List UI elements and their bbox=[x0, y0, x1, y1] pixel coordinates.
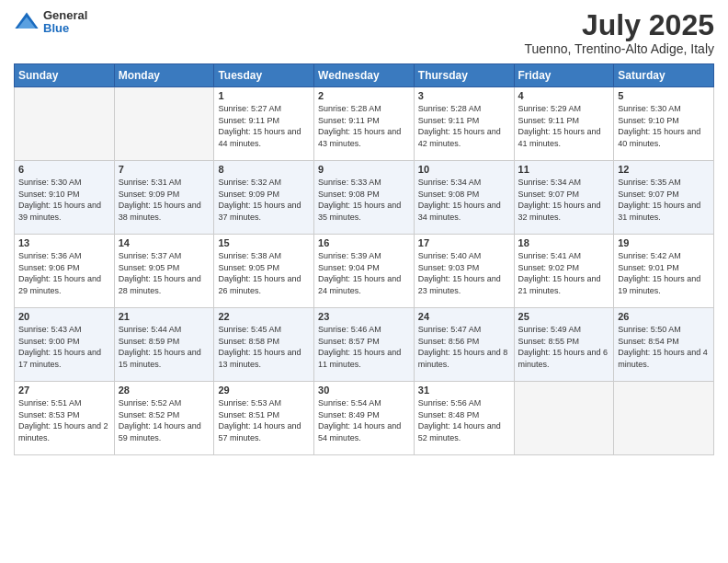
table-row: 7Sunrise: 5:31 AMSunset: 9:09 PMDaylight… bbox=[114, 161, 214, 235]
table-row: 30Sunrise: 5:54 AMSunset: 8:49 PMDayligh… bbox=[314, 382, 415, 455]
table-row: 10Sunrise: 5:34 AMSunset: 9:08 PMDayligh… bbox=[414, 161, 514, 235]
day-number: 27 bbox=[18, 385, 110, 396]
table-row: 20Sunrise: 5:43 AMSunset: 9:00 PMDayligh… bbox=[15, 308, 115, 382]
day-number: 28 bbox=[119, 385, 210, 396]
day-info: Sunrise: 5:39 AMSunset: 9:04 PMDaylight:… bbox=[318, 250, 410, 296]
day-number: 19 bbox=[618, 237, 710, 248]
table-row: 6Sunrise: 5:30 AMSunset: 9:10 PMDaylight… bbox=[15, 161, 115, 235]
table-row: 18Sunrise: 5:41 AMSunset: 9:02 PMDayligh… bbox=[514, 235, 614, 308]
day-number: 2 bbox=[318, 90, 410, 101]
table-row: 11Sunrise: 5:34 AMSunset: 9:07 PMDayligh… bbox=[514, 161, 614, 235]
table-row: 16Sunrise: 5:39 AMSunset: 9:04 PMDayligh… bbox=[314, 235, 415, 308]
calendar-header-row: Sunday Monday Tuesday Wednesday Thursday… bbox=[15, 64, 714, 87]
day-info: Sunrise: 5:46 AMSunset: 8:57 PMDaylight:… bbox=[318, 324, 410, 370]
day-info: Sunrise: 5:32 AMSunset: 9:09 PMDaylight:… bbox=[218, 177, 310, 223]
table-row: 22Sunrise: 5:45 AMSunset: 8:58 PMDayligh… bbox=[214, 308, 314, 382]
day-info: Sunrise: 5:41 AMSunset: 9:02 PMDaylight:… bbox=[518, 250, 610, 296]
col-friday: Friday bbox=[514, 64, 614, 87]
day-info: Sunrise: 5:28 AMSunset: 9:11 PMDaylight:… bbox=[318, 103, 410, 149]
day-number: 13 bbox=[18, 237, 110, 248]
day-number: 14 bbox=[119, 237, 210, 248]
day-number: 31 bbox=[418, 385, 510, 396]
table-row: 13Sunrise: 5:36 AMSunset: 9:06 PMDayligh… bbox=[15, 235, 115, 308]
day-info: Sunrise: 5:35 AMSunset: 9:07 PMDaylight:… bbox=[618, 177, 710, 223]
day-info: Sunrise: 5:42 AMSunset: 9:01 PMDaylight:… bbox=[618, 250, 710, 296]
logo-text: General Blue bbox=[43, 9, 87, 36]
month-title: July 2025 bbox=[525, 9, 715, 41]
table-row: 3Sunrise: 5:28 AMSunset: 9:11 PMDaylight… bbox=[414, 87, 514, 161]
day-number: 12 bbox=[618, 164, 710, 175]
logo-general-text: General bbox=[43, 9, 87, 22]
day-number: 4 bbox=[518, 90, 610, 101]
day-number: 17 bbox=[418, 237, 510, 248]
day-info: Sunrise: 5:29 AMSunset: 9:11 PMDaylight:… bbox=[518, 103, 610, 149]
day-info: Sunrise: 5:38 AMSunset: 9:05 PMDaylight:… bbox=[218, 250, 310, 296]
day-info: Sunrise: 5:51 AMSunset: 8:53 PMDaylight:… bbox=[18, 397, 110, 443]
calendar-week-2: 6Sunrise: 5:30 AMSunset: 9:10 PMDaylight… bbox=[15, 161, 714, 235]
table-row bbox=[114, 87, 214, 161]
day-info: Sunrise: 5:30 AMSunset: 9:10 PMDaylight:… bbox=[618, 103, 710, 149]
table-row: 9Sunrise: 5:33 AMSunset: 9:08 PMDaylight… bbox=[314, 161, 415, 235]
logo: General Blue bbox=[14, 9, 87, 36]
day-info: Sunrise: 5:47 AMSunset: 8:56 PMDaylight:… bbox=[418, 324, 510, 370]
day-number: 8 bbox=[218, 164, 310, 175]
calendar-table: Sunday Monday Tuesday Wednesday Thursday… bbox=[14, 63, 714, 455]
day-number: 25 bbox=[518, 311, 610, 322]
calendar-week-5: 27Sunrise: 5:51 AMSunset: 8:53 PMDayligh… bbox=[15, 382, 714, 455]
day-number: 1 bbox=[218, 90, 310, 101]
day-info: Sunrise: 5:34 AMSunset: 9:08 PMDaylight:… bbox=[418, 177, 510, 223]
day-info: Sunrise: 5:34 AMSunset: 9:07 PMDaylight:… bbox=[518, 177, 610, 223]
table-row: 2Sunrise: 5:28 AMSunset: 9:11 PMDaylight… bbox=[314, 87, 415, 161]
day-number: 20 bbox=[18, 311, 110, 322]
day-info: Sunrise: 5:36 AMSunset: 9:06 PMDaylight:… bbox=[18, 250, 110, 296]
table-row: 5Sunrise: 5:30 AMSunset: 9:10 PMDaylight… bbox=[614, 87, 714, 161]
day-number: 11 bbox=[518, 164, 610, 175]
day-number: 22 bbox=[218, 311, 310, 322]
page: General Blue July 2025 Tuenno, Trentino-… bbox=[0, 0, 728, 563]
day-info: Sunrise: 5:27 AMSunset: 9:11 PMDaylight:… bbox=[218, 103, 310, 149]
day-number: 5 bbox=[618, 90, 710, 101]
day-number: 29 bbox=[218, 385, 310, 396]
day-info: Sunrise: 5:30 AMSunset: 9:10 PMDaylight:… bbox=[18, 177, 110, 223]
day-info: Sunrise: 5:44 AMSunset: 8:59 PMDaylight:… bbox=[119, 324, 210, 370]
day-number: 15 bbox=[218, 237, 310, 248]
header: General Blue July 2025 Tuenno, Trentino-… bbox=[14, 9, 714, 56]
col-saturday: Saturday bbox=[614, 64, 714, 87]
day-number: 23 bbox=[318, 311, 410, 322]
logo-icon bbox=[14, 9, 40, 35]
day-info: Sunrise: 5:50 AMSunset: 8:54 PMDaylight:… bbox=[618, 324, 710, 370]
table-row: 1Sunrise: 5:27 AMSunset: 9:11 PMDaylight… bbox=[214, 87, 314, 161]
title-block: July 2025 Tuenno, Trentino-Alto Adige, I… bbox=[525, 9, 715, 56]
day-number: 3 bbox=[418, 90, 510, 101]
col-wednesday: Wednesday bbox=[314, 64, 415, 87]
col-sunday: Sunday bbox=[15, 64, 115, 87]
calendar-week-4: 20Sunrise: 5:43 AMSunset: 9:00 PMDayligh… bbox=[15, 308, 714, 382]
col-monday: Monday bbox=[114, 64, 214, 87]
day-number: 30 bbox=[318, 385, 410, 396]
table-row: 23Sunrise: 5:46 AMSunset: 8:57 PMDayligh… bbox=[314, 308, 415, 382]
day-info: Sunrise: 5:49 AMSunset: 8:55 PMDaylight:… bbox=[518, 324, 610, 370]
table-row: 19Sunrise: 5:42 AMSunset: 9:01 PMDayligh… bbox=[614, 235, 714, 308]
table-row: 12Sunrise: 5:35 AMSunset: 9:07 PMDayligh… bbox=[614, 161, 714, 235]
col-thursday: Thursday bbox=[414, 64, 514, 87]
table-row: 17Sunrise: 5:40 AMSunset: 9:03 PMDayligh… bbox=[414, 235, 514, 308]
day-number: 7 bbox=[119, 164, 210, 175]
table-row: 21Sunrise: 5:44 AMSunset: 8:59 PMDayligh… bbox=[114, 308, 214, 382]
table-row: 14Sunrise: 5:37 AMSunset: 9:05 PMDayligh… bbox=[114, 235, 214, 308]
day-info: Sunrise: 5:28 AMSunset: 9:11 PMDaylight:… bbox=[418, 103, 510, 149]
day-number: 26 bbox=[618, 311, 710, 322]
day-info: Sunrise: 5:56 AMSunset: 8:48 PMDaylight:… bbox=[418, 397, 510, 443]
day-info: Sunrise: 5:37 AMSunset: 9:05 PMDaylight:… bbox=[119, 250, 210, 296]
table-row: 29Sunrise: 5:53 AMSunset: 8:51 PMDayligh… bbox=[214, 382, 314, 455]
day-number: 9 bbox=[318, 164, 410, 175]
day-info: Sunrise: 5:33 AMSunset: 9:08 PMDaylight:… bbox=[318, 177, 410, 223]
table-row: 24Sunrise: 5:47 AMSunset: 8:56 PMDayligh… bbox=[414, 308, 514, 382]
day-number: 24 bbox=[418, 311, 510, 322]
day-info: Sunrise: 5:54 AMSunset: 8:49 PMDaylight:… bbox=[318, 397, 410, 443]
table-row: 28Sunrise: 5:52 AMSunset: 8:52 PMDayligh… bbox=[114, 382, 214, 455]
calendar-week-3: 13Sunrise: 5:36 AMSunset: 9:06 PMDayligh… bbox=[15, 235, 714, 308]
location-subtitle: Tuenno, Trentino-Alto Adige, Italy bbox=[525, 41, 715, 56]
table-row: 27Sunrise: 5:51 AMSunset: 8:53 PMDayligh… bbox=[15, 382, 115, 455]
col-tuesday: Tuesday bbox=[214, 64, 314, 87]
table-row bbox=[514, 382, 614, 455]
